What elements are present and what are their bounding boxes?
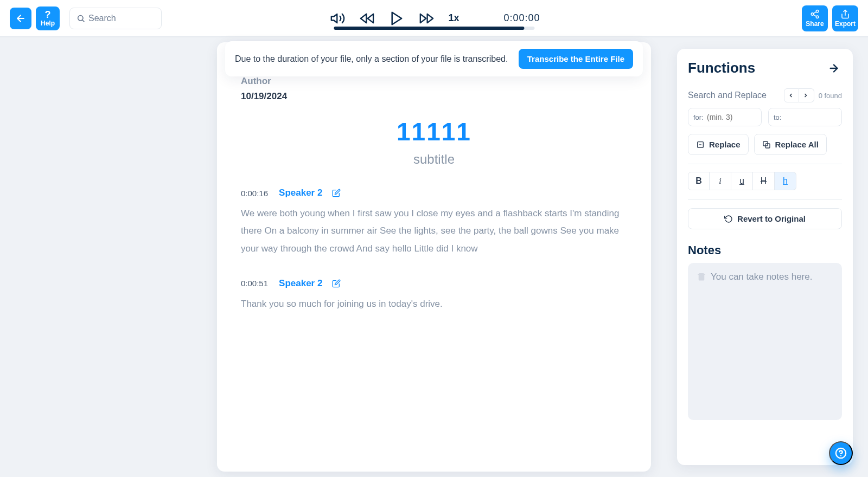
notes-placeholder: You can take notes here.	[711, 272, 812, 282]
note-icon	[697, 272, 706, 281]
playbar: 1x 0:00:00	[328, 8, 540, 29]
search-placeholder: Search	[88, 14, 116, 23]
transcript-segment: 0:00:16 Speaker 2 We were both young whe…	[241, 186, 627, 257]
help-circle-icon	[835, 447, 847, 459]
help-label: Help	[41, 20, 55, 27]
found-count: 0 found	[819, 92, 842, 100]
divider-2	[688, 199, 842, 199]
document-title[interactable]: 11111	[241, 117, 627, 146]
segment-speaker[interactable]: Speaker 2	[279, 188, 322, 198]
revert-button[interactable]: Revert to Original	[688, 208, 842, 229]
replace-icon	[696, 140, 705, 149]
bold-button[interactable]: B	[688, 172, 710, 190]
rewind-button[interactable]	[357, 9, 376, 28]
for-prefix: for:	[693, 113, 704, 121]
edit-icon	[332, 189, 341, 197]
segment-header: 0:00:16 Speaker 2	[241, 186, 627, 199]
edit-speaker-button[interactable]	[330, 186, 343, 199]
forward-button[interactable]	[417, 9, 436, 28]
notes-textarea[interactable]: You can take notes here.	[688, 263, 842, 420]
transcript-segment: 0:00:51 Speaker 2 Thank you so much for …	[241, 277, 627, 313]
edit-speaker-button[interactable]	[330, 277, 343, 290]
search-replace-row: Search and Replace 0 found	[688, 88, 842, 102]
progress-fill	[334, 27, 525, 30]
forward-icon	[419, 11, 434, 26]
svg-marker-5	[427, 14, 433, 22]
italic-button[interactable]: i	[710, 172, 731, 190]
svg-line-11	[813, 11, 816, 13]
back-button[interactable]	[10, 8, 31, 29]
header-center: 1x 0:00:00	[328, 8, 540, 29]
search-icon	[76, 14, 85, 23]
format-toolbar: B i u H h	[688, 172, 842, 190]
document-card: Author 10/19/2024 11111 subtitle 0:00:16…	[217, 42, 651, 472]
underline-button[interactable]: u	[731, 172, 753, 190]
search-input[interactable]: Search	[69, 8, 162, 29]
document-subtitle[interactable]: subtitle	[241, 152, 627, 167]
header: ? Help Search 1x 0:00:00	[0, 0, 868, 37]
revert-label: Revert to Original	[737, 214, 806, 223]
to-prefix: to:	[774, 113, 781, 121]
timecode: 0:00:00	[503, 12, 540, 24]
replace-button[interactable]: Replace	[688, 134, 749, 155]
arrow-right-icon	[828, 62, 840, 74]
header-right: Share Export	[802, 5, 858, 31]
search-inputs: for: to:	[688, 108, 842, 126]
revert-row: Revert to Original	[688, 208, 842, 229]
transcribe-entire-button[interactable]: Transcribe the Entire File	[519, 49, 633, 69]
volume-button[interactable]	[328, 9, 347, 28]
chevron-left-icon	[788, 92, 794, 99]
search-to-wrap: to:	[768, 108, 842, 126]
collapse-panel-button[interactable]	[826, 60, 842, 76]
search-prev-button[interactable]	[784, 88, 799, 102]
replace-label: Replace	[709, 140, 741, 149]
segment-text[interactable]: Thank you so much for joining us in toda…	[241, 295, 627, 313]
share-icon	[810, 9, 820, 19]
content: Due to the duration of your file, only a…	[0, 37, 868, 477]
play-icon	[388, 10, 405, 27]
svg-marker-3	[368, 14, 374, 22]
volume-icon	[330, 11, 345, 26]
author-label: Author	[241, 76, 627, 87]
svg-marker-2	[361, 14, 367, 22]
svg-marker-4	[392, 12, 402, 24]
header-left: ? Help Search	[10, 7, 162, 30]
replace-buttons: Replace Replace All	[688, 134, 842, 155]
segment-text[interactable]: We were both young when I first saw you …	[241, 205, 627, 257]
divider-1	[688, 164, 842, 164]
segment-time[interactable]: 0:00:16	[241, 189, 268, 198]
replace-all-label: Replace All	[775, 140, 819, 149]
search-next-button[interactable]	[799, 88, 814, 102]
replace-all-button[interactable]: Replace All	[754, 134, 827, 155]
segment-time[interactable]: 0:00:51	[241, 279, 268, 288]
search-stepper	[784, 88, 814, 102]
highlight-button[interactable]: h	[775, 172, 796, 190]
edit-icon	[332, 279, 341, 288]
segments-list: 0:00:16 Speaker 2 We were both young whe…	[241, 186, 627, 313]
functions-title-row: Functions	[688, 60, 842, 76]
segment-speaker[interactable]: Speaker 2	[279, 278, 322, 289]
chevron-right-icon	[802, 92, 809, 99]
functions-title: Functions	[688, 60, 755, 76]
play-button[interactable]	[386, 8, 407, 29]
speed-button[interactable]: 1x	[446, 10, 461, 26]
banner-text: Due to the duration of your file, only a…	[235, 54, 508, 64]
search-replace-label: Search and Replace	[688, 91, 767, 100]
progress-track[interactable]	[334, 27, 534, 30]
share-button[interactable]: Share	[802, 5, 828, 31]
help-button[interactable]: ? Help	[36, 7, 60, 30]
export-icon	[840, 9, 850, 19]
transcribe-banner: Due to the duration of your file, only a…	[225, 41, 643, 76]
rewind-icon	[359, 11, 374, 26]
export-button[interactable]: Export	[832, 5, 858, 31]
notes-title: Notes	[688, 243, 842, 257]
functions-panel: Functions Search and Replace 0 found	[677, 49, 853, 465]
strike-button[interactable]: H	[753, 172, 775, 190]
svg-line-10	[813, 15, 816, 16]
svg-marker-6	[420, 14, 426, 22]
question-icon: ?	[45, 10, 51, 20]
arrow-left-icon	[15, 13, 26, 24]
help-fab[interactable]	[829, 441, 853, 465]
svg-marker-1	[331, 14, 337, 22]
share-label: Share	[806, 20, 824, 28]
